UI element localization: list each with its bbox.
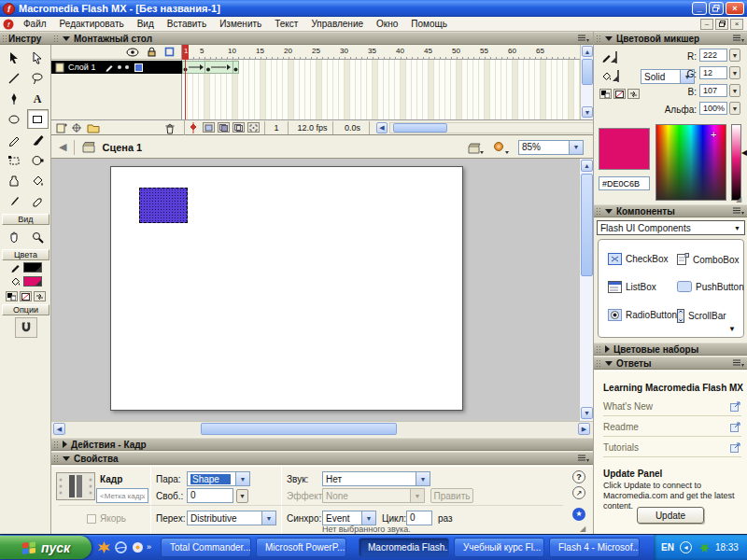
no-color-button[interactable] bbox=[20, 291, 32, 301]
tween-span[interactable] bbox=[182, 61, 240, 74]
mdi-close-button[interactable]: × bbox=[730, 19, 743, 30]
color-sets-header[interactable]: Цветовые наборы bbox=[594, 343, 747, 356]
stroke-color-swatch[interactable] bbox=[615, 51, 617, 63]
color-picker-gradient[interactable]: + bbox=[655, 124, 726, 201]
scroll-up-icon[interactable]: ▲ bbox=[581, 160, 593, 172]
panel-menu-icon[interactable] bbox=[577, 454, 589, 463]
menu-view[interactable]: Вид bbox=[131, 17, 161, 31]
layer-visible-dot[interactable] bbox=[118, 65, 121, 69]
component-pushbutton[interactable]: PushButton bbox=[677, 281, 744, 292]
actions-panel-header[interactable]: Действия - Кадр bbox=[51, 438, 593, 451]
zoom-level-combobox[interactable]: 85% ▼ bbox=[518, 140, 584, 155]
menu-help[interactable]: Помощь bbox=[404, 17, 454, 31]
eyedropper-tool[interactable] bbox=[4, 191, 25, 211]
layer-row[interactable]: Слой 1 bbox=[51, 61, 182, 74]
delete-layer-trash-icon[interactable] bbox=[163, 122, 176, 134]
fill-color-swatch[interactable] bbox=[617, 70, 619, 82]
zoom-tool[interactable] bbox=[27, 227, 49, 246]
timeline-vscroll-thumb[interactable] bbox=[582, 59, 593, 85]
stage-hscrollbar[interactable]: ◀ ▶ bbox=[51, 421, 593, 436]
menu-modify[interactable]: Изменить bbox=[213, 17, 268, 31]
add-layer-button[interactable] bbox=[55, 122, 67, 133]
tools-panel-header[interactable]: Инстру bbox=[0, 32, 51, 45]
edit-symbols-button[interactable] bbox=[493, 141, 509, 154]
sound-combobox[interactable]: Нет ▼ bbox=[322, 471, 430, 486]
lasso-tool[interactable] bbox=[27, 68, 49, 88]
chevron-down-icon[interactable]: ▼ bbox=[569, 141, 583, 154]
scene-name[interactable]: Сцена 1 bbox=[102, 142, 142, 153]
menu-insert[interactable]: Вставить bbox=[161, 17, 213, 31]
anchor-checkbox[interactable]: Якорь bbox=[87, 513, 126, 524]
tray-antivirus-icon[interactable] bbox=[698, 541, 710, 553]
default-colors-button[interactable] bbox=[6, 291, 18, 301]
frame-label-input[interactable] bbox=[96, 488, 148, 503]
lock-layers-icon[interactable] bbox=[147, 47, 157, 57]
menu-edit[interactable]: Редактировать bbox=[53, 17, 131, 31]
green-stepper[interactable]: ▼ bbox=[729, 66, 740, 79]
layer-lock-dot[interactable] bbox=[125, 65, 129, 69]
scroll-down-icon[interactable]: ▼ bbox=[582, 106, 593, 118]
properties-panel-header[interactable]: Свойства bbox=[51, 452, 593, 465]
close-button[interactable]: × bbox=[726, 2, 744, 15]
add-layer-folder-button[interactable] bbox=[87, 122, 100, 133]
panel-menu-icon[interactable] bbox=[577, 34, 589, 43]
chevron-down-icon[interactable]: ▼ bbox=[235, 472, 249, 485]
quicklaunch-flash-icon[interactable] bbox=[97, 540, 111, 554]
pencil-tool[interactable] bbox=[4, 130, 25, 149]
selected-shape[interactable] bbox=[139, 188, 188, 223]
frame-rate-indicator[interactable]: 12.0 fps bbox=[292, 121, 333, 134]
ink-bottle-tool[interactable] bbox=[4, 171, 25, 190]
rectangle-tool[interactable] bbox=[27, 109, 49, 129]
color-mixer-header[interactable]: Цветовой микшер bbox=[594, 32, 747, 45]
titlebar[interactable]: f Macromedia Flash MX - [Без названия-1]… bbox=[0, 0, 747, 17]
scroll-left-icon[interactable]: ◀ bbox=[53, 423, 65, 435]
outline-layers-icon[interactable] bbox=[164, 47, 175, 57]
free-transform-tool[interactable] bbox=[4, 150, 25, 170]
hex-color-input[interactable] bbox=[599, 176, 650, 190]
tween-combobox[interactable]: Shape ▼ bbox=[187, 471, 250, 486]
panel-menu-icon[interactable] bbox=[732, 34, 744, 43]
tutorials-link[interactable]: Tutorials bbox=[603, 439, 741, 457]
stage-work-area[interactable] bbox=[51, 159, 579, 421]
scroll-right-icon[interactable]: ▶ bbox=[578, 423, 590, 435]
no-color-button[interactable] bbox=[613, 89, 626, 99]
start-button[interactable]: пуск bbox=[0, 536, 92, 559]
components-header[interactable]: Компоненты bbox=[594, 204, 747, 217]
taskbar-task-macromedia-flash[interactable]: f Macromedia Flash... bbox=[359, 538, 449, 557]
clock[interactable]: 18:33 bbox=[715, 542, 739, 553]
text-tool[interactable]: A bbox=[27, 89, 49, 108]
subselection-tool[interactable] bbox=[27, 48, 49, 67]
mdi-minimize-button[interactable]: – bbox=[700, 19, 713, 30]
component-set-combobox[interactable]: Flash UI Components ▼ bbox=[597, 220, 745, 235]
edit-scene-button[interactable] bbox=[468, 141, 484, 154]
scroll-up-icon[interactable]: ▲ bbox=[582, 46, 593, 57]
menu-file[interactable]: Файл bbox=[17, 17, 53, 31]
quicklaunch-ie-icon[interactable] bbox=[114, 540, 128, 554]
show-hide-layers-icon[interactable] bbox=[126, 48, 139, 57]
brightness-slider-marker[interactable]: ◀ bbox=[741, 148, 747, 157]
whats-new-link[interactable]: What's New bbox=[603, 398, 741, 416]
mdi-restore-button[interactable] bbox=[715, 19, 728, 30]
snap-to-objects-button[interactable] bbox=[15, 317, 37, 338]
chevron-down-icon[interactable]: ▼ bbox=[261, 511, 275, 525]
playhead[interactable]: 1 bbox=[182, 45, 189, 60]
pen-tool[interactable] bbox=[4, 89, 25, 108]
layer-outline-color-swatch[interactable] bbox=[134, 63, 143, 72]
component-radiobutton[interactable]: RadioButton bbox=[608, 309, 677, 321]
minimize-button[interactable]: _ bbox=[692, 2, 707, 15]
update-button[interactable]: Update bbox=[637, 507, 704, 524]
timeline-hscroll-thumb[interactable] bbox=[393, 123, 447, 133]
component-listbox[interactable]: ListBox bbox=[608, 281, 656, 293]
stroke-color-swatch[interactable] bbox=[23, 262, 42, 273]
red-input[interactable]: 222 bbox=[699, 49, 727, 62]
taskbar-task-total-commander[interactable]: Total Commander... bbox=[161, 538, 251, 557]
stage-vscroll-thumb[interactable] bbox=[581, 174, 593, 276]
sync-combobox[interactable]: Event ▼ bbox=[322, 511, 376, 525]
blue-input[interactable]: 107 bbox=[699, 84, 727, 97]
alpha-stepper[interactable]: ▼ bbox=[729, 102, 740, 115]
component-scrollbar[interactable]: ScrollBar bbox=[677, 309, 726, 323]
resize-grip-icon[interactable]: ◢ bbox=[736, 195, 741, 203]
chevron-down-icon[interactable]: ▼ bbox=[361, 511, 375, 525]
red-stepper[interactable]: ▼ bbox=[729, 49, 740, 62]
swap-colors-button[interactable] bbox=[627, 89, 640, 99]
